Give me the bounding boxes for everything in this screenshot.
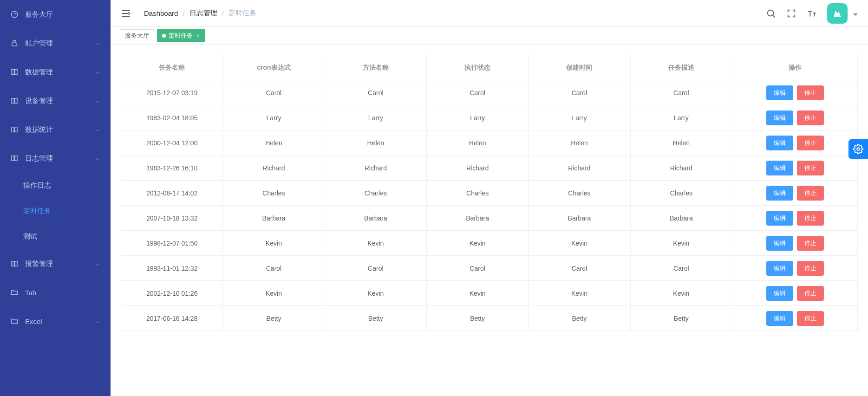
table-cell: Richard [325,156,426,181]
table-cell: Carol [325,80,426,105]
sidebar-item-label: 日志管理 [25,154,53,163]
search-icon[interactable] [766,8,776,19]
actions-cell: 编辑停止 [732,80,858,105]
table-cell: Larry [325,105,426,130]
stop-button[interactable]: 停止 [797,186,824,201]
sidebar-item[interactable]: 报警管理 [0,249,111,278]
stop-button[interactable]: 停止 [797,161,824,175]
breadcrumb-sep: / [222,9,224,17]
stop-button[interactable]: 停止 [797,236,824,251]
font-size-icon[interactable] [807,8,817,19]
breadcrumb-sep: / [183,9,184,17]
edit-button[interactable]: 编辑 [766,311,793,326]
tag-label: 服务大厅 [125,32,149,40]
edit-button[interactable]: 编辑 [766,286,793,301]
folder-icon [10,317,19,325]
breadcrumb-item[interactable]: 日志管理 [189,9,217,18]
stop-button[interactable]: 停止 [797,286,824,301]
table-cell: Richard [223,156,325,181]
table-cell: Helen [325,130,426,156]
hamburger-icon[interactable] [121,8,131,19]
avatar[interactable] [827,3,848,24]
breadcrumb-item[interactable]: Dashboard [144,9,178,17]
table-cell: Kevin [223,231,325,256]
table-cell: Larry [630,105,732,130]
view-tag[interactable]: 定时任务× [157,29,205,42]
chevron-down-icon [95,69,100,75]
table-row: 1983-12-26 16:10RichardRichardRichardRic… [121,156,858,181]
table-cell: Charles [426,181,528,206]
sidebar-item[interactable]: Excel [0,307,111,336]
edit-button[interactable]: 编辑 [766,211,793,226]
edit-button[interactable]: 编辑 [766,186,793,201]
table-row: 1998-12-07 01:50KevinKevinKevinKevinKevi… [121,231,858,256]
close-icon[interactable]: × [196,32,200,39]
table-row: 2012-08-17 14:02CharlesCharlesCharlesCha… [121,181,858,206]
sidebar-item[interactable]: 数据管理 [0,58,111,86]
sidebar-item[interactable]: 日志管理 [0,144,111,173]
stop-button[interactable]: 停止 [797,311,824,326]
sidebar-subitem[interactable]: 定时任务 [0,198,111,224]
chevron-down-icon[interactable] [853,11,858,16]
stop-button[interactable]: 停止 [797,211,824,226]
table-cell: Kevin [426,281,528,306]
sidebar-item[interactable]: Tab [0,278,111,307]
table-cell: Betty [325,306,426,331]
actions-cell: 编辑停止 [732,231,858,256]
sidebar-subitem[interactable]: 操作日志 [0,173,111,198]
chevron-up-icon [95,156,100,161]
sidebar-item-label: Excel [25,318,42,325]
breadcrumb: Dashboard / 日志管理 / 定时任务 [144,9,256,18]
table-row: 2002-12-10 01:26KevinKevinKevinKevinKevi… [121,281,858,306]
sidebar-subitem[interactable]: 测试 [0,224,111,249]
sidebar-item[interactable]: 账户管理 [0,29,111,58]
table-cell: Kevin [529,231,630,256]
stop-button[interactable]: 停止 [797,110,824,125]
stop-button[interactable]: 停止 [797,136,824,150]
table-cell: 1998-12-07 01:50 [121,231,223,256]
column-header: 任务名称 [121,55,223,80]
settings-drawer-button[interactable] [848,139,868,159]
table-cell: 2002-12-10 01:26 [121,281,223,306]
table-cell: Kevin [630,281,732,306]
sidebar-item-label: 设备管理 [25,97,53,105]
table-cell: Charles [630,181,732,206]
fullscreen-icon[interactable] [786,8,796,19]
layers-icon [10,97,19,105]
sidebar-item[interactable]: 服务大厅 [0,0,111,29]
edit-button[interactable]: 编辑 [766,136,793,150]
table-cell: Richard [426,156,528,181]
edit-button[interactable]: 编辑 [766,261,793,276]
table-row: 1983-02-04 18:05LarryLarryLarryLarryLarr… [121,105,858,130]
chevron-down-icon [95,40,100,46]
edit-button[interactable]: 编辑 [766,161,793,175]
column-header: 创建时间 [529,55,630,80]
stop-button[interactable]: 停止 [797,261,824,276]
layers-icon [10,68,19,76]
column-header: 操作 [732,55,858,80]
layers-icon [10,260,19,268]
sidebar-item[interactable]: 设备管理 [0,86,111,115]
table-cell: 2017-06-16 14:28 [121,306,223,331]
actions-cell: 编辑停止 [732,206,858,231]
edit-button[interactable]: 编辑 [766,110,793,125]
dashboard-icon [10,10,19,19]
sidebar: 服务大厅账户管理数据管理设备管理数据统计日志管理操作日志定时任务测试报警管理Ta… [0,0,111,396]
edit-button[interactable]: 编辑 [766,236,793,251]
view-tag[interactable]: 服务大厅 [120,29,154,42]
table-cell: Carol [426,80,528,105]
svg-rect-1 [12,43,17,46]
table-cell: Betty [223,306,325,331]
table-cell: Barbara [223,206,325,231]
chevron-down-icon [95,318,100,324]
stop-button[interactable]: 停止 [797,85,824,100]
table-cell: 1993-11-01 12:32 [121,256,223,281]
layers-icon [10,154,19,162]
table-cell: Larry [223,105,325,130]
table-cell: Barbara [325,206,426,231]
table-cell: Barbara [529,206,630,231]
table-cell: Kevin [529,281,630,306]
sidebar-item[interactable]: 数据统计 [0,115,111,144]
edit-button[interactable]: 编辑 [766,85,793,100]
column-header: 执行状态 [426,55,528,80]
